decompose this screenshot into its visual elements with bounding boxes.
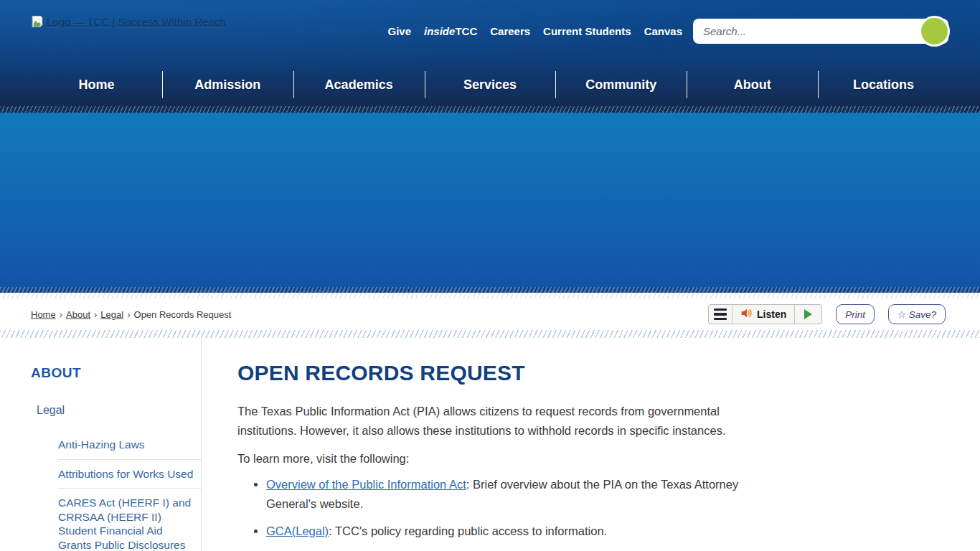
page-title: OPEN RECORDS REQUEST: [237, 360, 750, 386]
search-input[interactable]: [693, 19, 948, 44]
speaker-icon: [740, 307, 753, 322]
listen-label: Listen: [757, 309, 786, 320]
list-item: Overview of the Public Information Act: …: [266, 475, 750, 514]
print-label: Print: [845, 309, 865, 320]
insidetcc-italic: inside: [424, 25, 455, 37]
hero-banner: [0, 113, 980, 287]
breadcrumb-current: Open Records Request: [134, 309, 232, 320]
breadcrumb-separator: ›: [60, 309, 62, 320]
sidebar-item-anti-hazing-laws[interactable]: Anti-Hazing Laws: [58, 430, 201, 459]
search-button[interactable]: [919, 16, 950, 47]
breadcrumb-bar: Home›About›Legal›Open Records Request Li…: [0, 298, 980, 330]
nav-item-academics[interactable]: Academics: [293, 63, 425, 106]
page-toolbar: Listen Print ☆ Save?: [708, 304, 946, 324]
print-button[interactable]: Print: [836, 304, 875, 324]
breadcrumb: Home›About›Legal›Open Records Request: [31, 309, 231, 320]
stripe-divider-hero-bottom: [0, 287, 980, 293]
broken-image-icon: [31, 15, 44, 28]
logo-link[interactable]: Logo — TCC | Success Within Reach: [31, 15, 226, 28]
utility-link-give[interactable]: Give: [388, 25, 412, 37]
link-overview-pia[interactable]: Overview of the Public Information Act: [266, 478, 466, 491]
main-nav: Home Admission Academics Services Commun…: [31, 63, 949, 106]
play-icon: [804, 309, 812, 319]
listen-button[interactable]: Listen: [732, 305, 794, 324]
search-box: [693, 19, 948, 44]
list-item-text: : TCC's policy regarding public access t…: [329, 524, 607, 537]
listen-widget: Listen: [708, 304, 822, 324]
menu-icon: [714, 318, 727, 321]
utility-link-current-students[interactable]: Current Students: [543, 25, 631, 37]
sidebar-item-legal[interactable]: Legal: [31, 404, 201, 417]
intro-paragraph: The Texas Public Information Act (PIA) a…: [237, 402, 750, 440]
nav-item-community[interactable]: Community: [555, 63, 687, 106]
stripe-divider-faint: [0, 293, 980, 298]
utility-link-canvas[interactable]: Canvas: [644, 25, 682, 37]
breadcrumb-link-home[interactable]: Home: [31, 309, 56, 320]
listen-play-button[interactable]: [794, 305, 821, 324]
nav-item-services[interactable]: Services: [425, 63, 556, 106]
page: Logo — TCC | Success Within Reach Give i…: [0, 0, 980, 551]
nav-item-home[interactable]: Home: [31, 63, 162, 106]
link-gca-legal[interactable]: GCA(Legal): [266, 524, 329, 537]
star-icon: ☆: [897, 309, 906, 320]
sidebar-item-attributions[interactable]: Attributions for Works Used: [58, 459, 201, 489]
save-label: Save?: [909, 309, 936, 320]
utility-link-insidetcc[interactable]: insideTCC: [424, 25, 477, 37]
listen-menu-button[interactable]: [709, 305, 732, 324]
lead-paragraph: To learn more, visit the following:: [237, 449, 750, 468]
sidebar-about: ABOUT Legal Anti-Hazing Laws Attribution…: [31, 336, 202, 551]
stripe-divider-header: [0, 106, 980, 113]
nav-item-about[interactable]: About: [687, 63, 818, 106]
utility-link-careers[interactable]: Careers: [490, 25, 530, 37]
utility-nav: Give insideTCC Careers Current Students …: [388, 25, 683, 37]
breadcrumb-link-legal[interactable]: Legal: [100, 309, 123, 320]
nav-item-locations[interactable]: Locations: [818, 63, 949, 106]
breadcrumb-separator: ›: [127, 309, 130, 320]
logo-alt-text: Logo — TCC | Success Within Reach: [47, 16, 226, 28]
menu-icon: [714, 309, 727, 311]
sidebar-sub-list: Anti-Hazing Laws Attributions for Works …: [31, 430, 201, 551]
save-button[interactable]: ☆ Save?: [888, 304, 946, 324]
list-item: GCA(Legal): TCC's policy regarding publi…: [266, 522, 750, 541]
resource-list: Overview of the Public Information Act: …: [237, 475, 750, 541]
insidetcc-rest: TCC: [455, 25, 477, 37]
nav-item-admission[interactable]: Admission: [162, 63, 293, 106]
site-header: Logo — TCC | Success Within Reach Give i…: [0, 0, 980, 106]
menu-icon: [714, 313, 727, 316]
sidebar-item-cares-act[interactable]: CARES Act (HEERF I) and CRRSAA (HEERF II…: [58, 488, 201, 551]
breadcrumb-separator: ›: [94, 309, 97, 320]
sidebar-heading: ABOUT: [31, 365, 201, 381]
main-content: OPEN RECORDS REQUEST The Texas Public In…: [237, 336, 750, 549]
breadcrumb-link-about[interactable]: About: [66, 309, 90, 320]
